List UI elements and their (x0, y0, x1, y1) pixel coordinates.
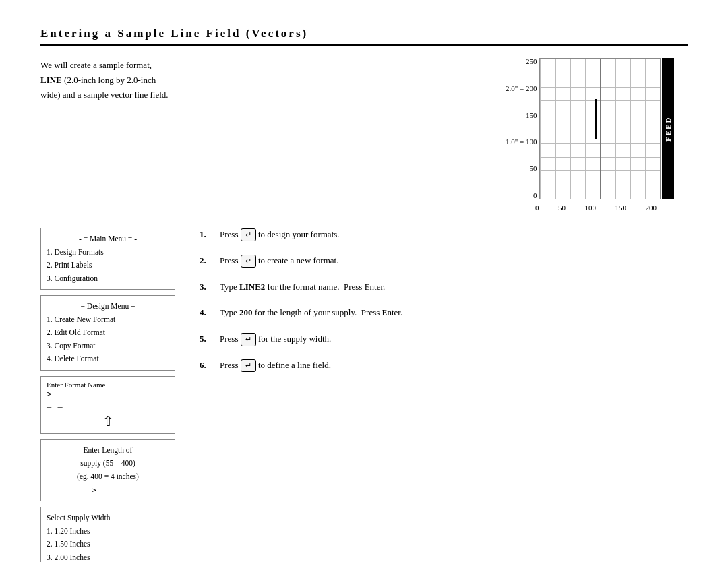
steps-panel: 1. Press ↵ to design your formats. 2. Pr… (200, 228, 688, 562)
enter-btn-1[interactable]: ↵ (241, 228, 256, 241)
enter-btn-6[interactable]: ↵ (241, 359, 256, 372)
step-3-text: Type LINE2 for the format name. Press En… (220, 280, 385, 294)
supply-width-item-3: 3. 2.00 Inches (47, 551, 169, 562)
step-3-num: 3. (200, 280, 213, 294)
step-3: 3. Type LINE2 for the format name. Press… (200, 280, 688, 294)
enter-btn-5[interactable]: ↵ (241, 333, 256, 346)
arrow-down-icon: ⇧ (47, 413, 169, 429)
step-6-text: Press ↵ to define a line field. (220, 358, 331, 373)
enter-length-label3: (eg. 400 = 4 inches) (47, 470, 169, 484)
main-menu-item-3: 3. Configuration (47, 272, 169, 286)
feed-label: FEED (662, 58, 674, 199)
design-menu-item-3: 3. Copy Format (47, 340, 169, 353)
step-5: 5. Press ↵ for the supply width. (200, 332, 688, 346)
step-6: 6. Press ↵ to define a line field. (200, 358, 688, 373)
design-menu-item-2: 2. Edit Old Format (47, 326, 169, 340)
step-2: 2. Press ↵ to create a new format. (200, 254, 688, 268)
step-5-text: Press ↵ for the supply width. (220, 332, 331, 346)
supply-width-box: Select Supply Width 1. 1.20 Inches 2. 1.… (40, 507, 175, 562)
design-menu-item-4: 4. Delete Format (47, 352, 169, 366)
intro-text: We will create a sample format, LINE (2.… (40, 58, 485, 212)
step-5-num: 5. (200, 332, 213, 346)
format-name-label: Enter Format Name (47, 381, 169, 389)
step-2-text: Press ↵ to create a new format. (220, 254, 338, 268)
enter-length-box: Enter Length of supply (55 – 400) (eg. 4… (40, 439, 175, 501)
main-menu-box: - = Main Menu = - 1. Design Formats 2. P… (40, 228, 175, 290)
line-field-indicator (595, 99, 597, 139)
design-menu-box: - = Design Menu = - 1. Create New Format… (40, 295, 175, 371)
step-1-num: 1. (200, 228, 213, 242)
step-1-text: Press ↵ to design your formats. (220, 228, 340, 242)
step-4-num: 4. (200, 306, 213, 320)
grid-canvas (539, 58, 661, 199)
enter-length-prompt: > _ _ _ (47, 484, 169, 497)
main-menu-title: - = Main Menu = - (47, 232, 169, 246)
design-menu-title: - = Design Menu = - (47, 300, 169, 313)
y-axis: 250 2.0" = 200 150 1.0" = 100 50 0 (506, 58, 537, 199)
x-axis: 0 50 100 150 200 (535, 204, 657, 212)
step-6-num: 6. (200, 358, 213, 373)
format-name-entry: > _ _ _ _ _ _ _ _ _ _ _ _ (47, 390, 169, 409)
step-1: 1. Press ↵ to design your formats. (200, 228, 688, 242)
supply-width-item-2: 2. 1.50 Inches (47, 538, 169, 551)
page-title: Entering a Sample Line Field (Vectors) (40, 27, 688, 46)
design-menu-item-1: 1. Create New Format (47, 313, 169, 327)
enter-btn-2[interactable]: ↵ (241, 255, 256, 268)
supply-width-item-1: 1. 1.20 Inches (47, 525, 169, 538)
step-4-text: Type 200 for the length of your supply. … (220, 306, 402, 320)
main-menu-item-2: 2. Print Labels (47, 259, 169, 272)
left-panels: - = Main Menu = - 1. Design Formats 2. P… (40, 228, 175, 562)
enter-length-label2: supply (55 – 400) (47, 457, 169, 470)
step-4: 4. Type 200 for the length of your suppl… (200, 306, 688, 320)
enter-length-label1: Enter Length of (47, 444, 169, 458)
grid-diagram: 250 2.0" = 200 150 1.0" = 100 50 0 (506, 58, 688, 212)
supply-width-title: Select Supply Width (47, 511, 169, 525)
step-2-num: 2. (200, 254, 213, 268)
format-name-box: Enter Format Name > _ _ _ _ _ _ _ _ _ _ … (40, 376, 175, 434)
main-menu-item-1: 1. Design Formats (47, 246, 169, 259)
